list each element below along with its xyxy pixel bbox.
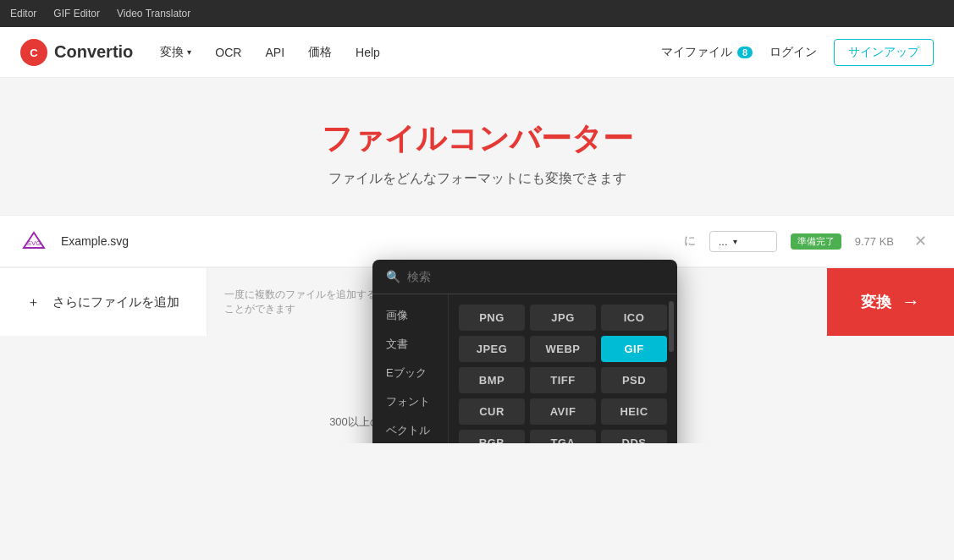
add-files-note: 一度に複数のファイルを追加することができます <box>207 268 394 336</box>
search-icon: 🔍 <box>386 270 400 283</box>
format-dropdown[interactable]: ... ▾ <box>709 231 777 252</box>
hero-section: ファイルコンバーター ファイルをどんなフォーマットにも変換できます <box>0 78 954 215</box>
login-button[interactable]: ログイン <box>769 45 817 60</box>
category-font[interactable]: フォント <box>372 387 448 416</box>
main-nav: C Convertio 変換 ▾ OCR API 価格 Help マイファイル … <box>0 27 954 78</box>
logo-icon: C <box>20 39 47 66</box>
chevron-down-icon: ▾ <box>187 47 191 57</box>
to-label: に <box>684 233 696 249</box>
dropdown-content: 画像 文書 Eブック フォント ベクトル CAD PNGJPGICOJPEGWE… <box>372 294 677 443</box>
category-image[interactable]: 画像 <box>372 301 448 330</box>
formats-grid: PNGJPGICOJPEGWEBPGIFBMPTIFFPSDCURAVIFHEI… <box>449 294 677 443</box>
svg-text:SVG: SVG <box>27 239 41 247</box>
hero-subtitle: ファイルをどんなフォーマットにも変換できます <box>17 170 937 188</box>
format-btn-gif[interactable]: GIF <box>601 336 667 362</box>
file-area: SVG Example.svg に ... ▾ 準備完了 9.77 KB ✕ 🔍… <box>0 215 954 268</box>
nav-help[interactable]: Help <box>356 46 380 59</box>
my-files-badge: 8 <box>737 47 753 58</box>
top-bar: Editor GIF Editor Video Translator <box>0 0 954 27</box>
search-input[interactable] <box>407 270 664 283</box>
category-ebook[interactable]: Eブック <box>372 359 448 387</box>
format-btn-rgb[interactable]: RGB <box>459 430 525 443</box>
format-btn-dds[interactable]: DDS <box>601 430 667 443</box>
file-name: Example.svg <box>61 234 670 248</box>
format-btn-tga[interactable]: TGA <box>530 430 596 443</box>
ready-badge: 準備完了 <box>791 233 841 250</box>
format-btn-ico[interactable]: ICO <box>601 305 667 331</box>
format-dropdown-popup: 🔍 画像 文書 Eブック フォント ベクトル CAD PNGJPGICOJPEG… <box>372 260 677 443</box>
file-row: SVG Example.svg に ... ▾ 準備完了 9.77 KB ✕ 🔍… <box>0 216 954 267</box>
chevron-down-icon: ▾ <box>733 237 737 246</box>
format-btn-jpg[interactable]: JPG <box>530 305 596 331</box>
format-btn-tiff[interactable]: TIFF <box>530 367 596 393</box>
category-vector[interactable]: ベクトル <box>372 416 448 443</box>
nav-right: マイファイル 8 ログイン サインアップ <box>661 39 934 66</box>
top-bar-editor[interactable]: Editor <box>10 8 36 19</box>
format-btn-png[interactable]: PNG <box>459 305 525 331</box>
format-btn-cur[interactable]: CUR <box>459 398 525 425</box>
nav-ocr[interactable]: OCR <box>215 46 241 59</box>
logo-text: Convertio <box>54 42 133 62</box>
search-bar: 🔍 <box>372 260 677 294</box>
file-size: 9.77 KB <box>855 235 894 248</box>
nav-price[interactable]: 価格 <box>308 45 332 60</box>
add-files-button[interactable]: ＋ さらにファイルを追加 <box>0 268 207 336</box>
categories-list: 画像 文書 Eブック フォント ベクトル CAD <box>372 294 449 443</box>
format-dropdown-value: ... <box>719 235 728 248</box>
file-svg-icon: SVG <box>20 228 47 255</box>
svg-text:C: C <box>30 47 38 59</box>
hero-title: ファイルコンバーター <box>17 118 937 160</box>
format-btn-webp[interactable]: WEBP <box>530 336 596 362</box>
format-btn-jpeg[interactable]: JPEG <box>459 336 525 362</box>
arrow-right-icon: → <box>902 291 920 313</box>
format-btn-bmp[interactable]: BMP <box>459 367 525 393</box>
top-bar-video-translator[interactable]: Video Translator <box>117 8 190 19</box>
nav-convert[interactable]: 変換 ▾ <box>160 45 191 60</box>
my-files-link[interactable]: マイファイル 8 <box>661 45 753 60</box>
format-btn-avif[interactable]: AVIF <box>530 398 596 425</box>
nav-api[interactable]: API <box>265 46 284 59</box>
close-button[interactable]: ✕ <box>907 232 934 250</box>
logo[interactable]: C Convertio <box>20 39 133 66</box>
formats-scroll: PNGJPGICOJPEGWEBPGIFBMPTIFFPSDCURAVIFHEI… <box>449 294 677 443</box>
nav-items: 変換 ▾ OCR API 価格 Help マイファイル 8 ログイン サインアッ… <box>160 39 934 66</box>
signup-button[interactable]: サインアップ <box>834 39 934 66</box>
format-btn-psd[interactable]: PSD <box>601 367 667 393</box>
format-btn-heic[interactable]: HEIC <box>601 398 667 425</box>
scroll-bar[interactable] <box>669 301 674 352</box>
convert-button[interactable]: 変換 → <box>827 268 954 336</box>
category-document[interactable]: 文書 <box>372 330 448 359</box>
top-bar-gif-editor[interactable]: GIF Editor <box>53 8 100 19</box>
